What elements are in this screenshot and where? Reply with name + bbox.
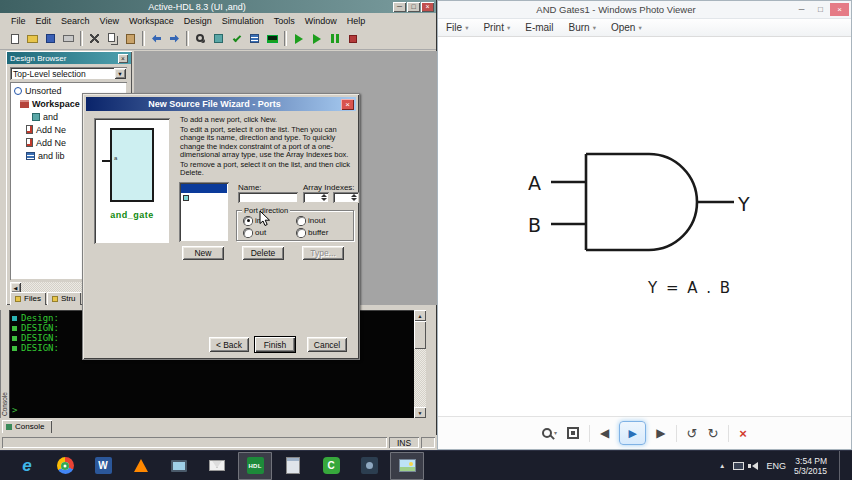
run-icon[interactable] [290, 30, 307, 47]
taskbar-mail[interactable] [200, 452, 234, 480]
print-icon[interactable] [60, 30, 77, 47]
wizard-titlebar[interactable]: New Source File Wizard - Ports × [86, 97, 356, 111]
play-slideshow-button[interactable]: ▶ [619, 421, 646, 445]
menu-open[interactable]: Open▾ [611, 22, 642, 33]
menu-print[interactable]: Print▾ [483, 22, 510, 33]
menu-edit[interactable]: Edit [31, 16, 57, 26]
next-button[interactable]: ▶ [656, 427, 665, 439]
menu-search[interactable]: Search [56, 16, 95, 26]
maximize-button[interactable]: □ [811, 3, 830, 16]
photo-viewer-toolbar: File▾ Print▾ E-mail Burn▾ Open▾ [438, 19, 851, 37]
pause-icon[interactable] [326, 30, 343, 47]
menu-file[interactable]: File▾ [446, 22, 468, 33]
scroll-down-icon[interactable]: ▼ [414, 407, 426, 418]
chevron-down-icon[interactable]: ▼ [114, 68, 126, 79]
taskbar-chrome[interactable] [48, 452, 82, 480]
menu-view[interactable]: View [95, 16, 124, 26]
copy-icon[interactable] [104, 30, 121, 47]
panel-close-icon[interactable]: × [118, 54, 128, 63]
library-icon[interactable] [246, 30, 263, 47]
cut-icon[interactable] [86, 30, 103, 47]
rotate-ccw-button[interactable]: ↺ [687, 427, 698, 440]
tab-console[interactable]: Console [2, 420, 52, 433]
menu-email[interactable]: E-mail [525, 22, 553, 33]
console-scrollbar[interactable]: ▲ ▼ [414, 310, 426, 418]
menu-burn[interactable]: Burn▾ [569, 22, 596, 33]
taskbar-word[interactable]: W [86, 452, 120, 480]
taskbar-internet-explorer[interactable]: e [10, 452, 44, 480]
taskbar-dark-app[interactable] [352, 452, 386, 480]
taskbar-photo-viewer[interactable] [390, 452, 424, 480]
taskbar-media-player[interactable] [124, 452, 158, 480]
minimize-button[interactable]: ─ [393, 2, 406, 12]
open-icon[interactable] [24, 30, 41, 47]
array-index-left-spinner[interactable] [303, 192, 329, 203]
save-icon[interactable] [42, 30, 59, 47]
new-button[interactable]: New [182, 246, 224, 260]
paste-icon[interactable] [122, 30, 139, 47]
find-icon[interactable] [192, 30, 209, 47]
menu-window[interactable]: Window [300, 16, 342, 26]
taskbar-c-app[interactable]: C [314, 452, 348, 480]
active-hdl-titlebar[interactable]: Active-HDL 8.3 (UI ,and) ─ □ × [0, 0, 436, 13]
show-desktop-button[interactable] [839, 451, 844, 480]
run-for-icon[interactable] [308, 30, 325, 47]
hidden-icons-chevron[interactable]: ▲ [719, 462, 725, 469]
console-prompt[interactable]: > [12, 405, 17, 415]
array-index-right-spinner[interactable] [333, 192, 359, 203]
array-indexes-label: Array Indexes: [303, 183, 355, 192]
radio-out[interactable]: out [244, 228, 266, 237]
menu-file[interactable]: File [6, 16, 31, 26]
wizard-close-button[interactable]: × [341, 99, 354, 110]
top-level-dropdown[interactable]: Top-Level selection ▼ [10, 67, 127, 80]
name-input[interactable] [238, 192, 298, 203]
scroll-track[interactable] [414, 349, 426, 407]
volume-icon[interactable] [752, 462, 758, 470]
radio-inout[interactable]: inout [297, 216, 325, 225]
port-list-row[interactable] [181, 193, 227, 202]
type-button[interactable]: Type... [302, 246, 344, 260]
menu-simulation[interactable]: Simulation [217, 16, 269, 26]
language-indicator[interactable]: ENG [766, 461, 786, 471]
scroll-thumb[interactable] [414, 321, 426, 349]
cancel-button[interactable]: Cancel [307, 337, 347, 352]
port-list-selected-row[interactable] [181, 184, 227, 193]
browser-tabs: Files Stru [10, 292, 81, 305]
menu-help[interactable]: Help [342, 16, 371, 26]
zoom-icon[interactable]: ▾ [542, 428, 557, 438]
menu-workspace[interactable]: Workspace [124, 16, 179, 26]
maximize-button[interactable]: □ [407, 2, 420, 12]
close-button[interactable]: × [830, 3, 849, 16]
check-icon[interactable] [228, 30, 245, 47]
waveform-icon[interactable] [264, 30, 281, 47]
tab-files[interactable]: Files [10, 292, 46, 305]
radio-buffer[interactable]: buffer [297, 228, 328, 237]
photo-viewer-titlebar[interactable]: AND Gates1 - Windows Photo Viewer ─ □ × [438, 1, 851, 19]
menu-design[interactable]: Design [179, 16, 217, 26]
taskbar-active-hdl[interactable]: HDL [238, 452, 272, 480]
scroll-up-icon[interactable]: ▲ [414, 310, 426, 321]
tab-structure[interactable]: Stru [47, 292, 81, 305]
taskbar-clock[interactable]: 3:54 PM 5/3/2015 [794, 456, 827, 476]
minimize-button[interactable]: ─ [792, 3, 811, 16]
menu-tools[interactable]: Tools [269, 16, 300, 26]
design-browser-header[interactable]: Design Browser × [7, 52, 131, 64]
compile-icon[interactable] [210, 30, 227, 47]
photo-viewer-icon [399, 459, 416, 472]
close-button[interactable]: × [421, 2, 434, 12]
previous-button[interactable]: ◀ [600, 427, 609, 439]
actual-size-icon[interactable] [567, 427, 579, 439]
new-file-icon[interactable] [6, 30, 23, 47]
stop-icon[interactable] [344, 30, 361, 47]
port-list[interactable] [179, 182, 229, 242]
delete-button[interactable]: × [739, 427, 747, 440]
rotate-cw-button[interactable]: ↻ [707, 427, 718, 440]
taskbar-calculator[interactable] [276, 452, 310, 480]
delete-button[interactable]: Delete [242, 246, 284, 260]
network-icon[interactable] [733, 462, 744, 470]
taskbar-display-app[interactable] [162, 452, 196, 480]
undo-icon[interactable] [148, 30, 165, 47]
back-button[interactable]: < Back [209, 337, 249, 352]
redo-icon[interactable] [166, 30, 183, 47]
finish-button[interactable]: Finish [255, 337, 295, 352]
